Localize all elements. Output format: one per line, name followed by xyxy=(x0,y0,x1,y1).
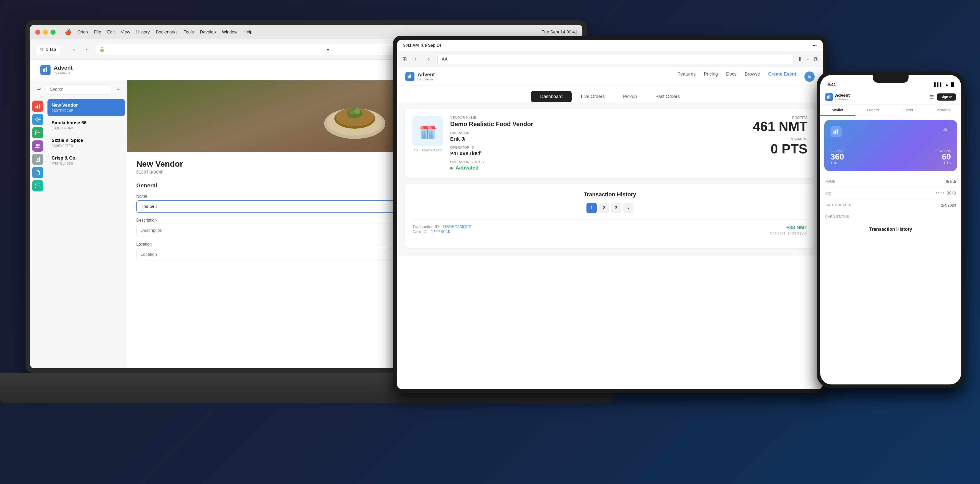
tablet-advent-sub: by Endevre xyxy=(417,78,435,81)
tablet-share-icon[interactable]: ⬆ xyxy=(797,56,802,62)
tablet-tabs-icon[interactable]: ⧉ xyxy=(814,56,818,62)
phone-signin-button[interactable]: Sign In xyxy=(937,94,956,100)
page-next-button[interactable]: › xyxy=(623,203,633,213)
menu-file[interactable]: File xyxy=(94,30,101,35)
svg-rect-37 xyxy=(837,129,838,134)
back-button[interactable]: ‹ xyxy=(69,45,79,54)
add-vendor-button[interactable]: + xyxy=(114,85,123,94)
phone-status-label: CARD STATUS xyxy=(825,215,849,218)
store-svg xyxy=(418,122,437,140)
advent-logo: Advent by Endevre xyxy=(40,65,73,75)
operator-value: Erik Ji xyxy=(450,136,746,142)
tablet-body: 9:41 AM Tue Sep 14 ••• ⊞ ‹ › AA ⬆ + ⧉ xyxy=(393,36,827,393)
vendor-name-1: Smokehouse 66 xyxy=(52,120,121,126)
tablet-nav-browse[interactable]: Browse xyxy=(745,72,760,82)
vendor-item-new-vendor[interactable]: New Vendor 180TKWDCWP xyxy=(48,99,125,116)
rewards-group: REWARDS 60 PTS xyxy=(935,149,951,165)
tab-past-orders[interactable]: Past Orders xyxy=(646,91,689,102)
search-input[interactable] xyxy=(46,84,111,94)
vendor-id-3: WMHTBLNO6S xyxy=(52,161,121,166)
phone-tab-orders[interactable]: Orders xyxy=(856,105,891,116)
vendor-item-sizzle[interactable]: Sizzle n' Spice RS6EXCFTTO xyxy=(48,134,125,151)
tablet-forward-button[interactable]: › xyxy=(424,55,433,64)
page-3-button[interactable]: 3 xyxy=(611,203,621,213)
svg-rect-36 xyxy=(835,130,836,134)
menu-history[interactable]: History xyxy=(136,30,150,35)
close-button[interactable] xyxy=(35,30,40,35)
minimize-button[interactable] xyxy=(43,30,48,35)
phone-rewards-value: 60 xyxy=(935,153,951,161)
tab-live-orders[interactable]: Live Orders xyxy=(572,91,614,102)
tablet-nav-features[interactable]: Features xyxy=(678,72,696,82)
tab-dashboard[interactable]: Dashboard xyxy=(531,91,572,102)
advent-logo-icon xyxy=(40,65,51,75)
vendor-details: VENDOR NAME Demo Realistic Food Vendor O… xyxy=(450,116,746,171)
page-2-button[interactable]: 2 xyxy=(599,203,609,213)
tablet-nav-docs[interactable]: Docs xyxy=(726,72,737,82)
phone-tab-vendors[interactable]: Vendors xyxy=(926,105,961,116)
phone-tab-wallet[interactable]: Wallet xyxy=(820,105,856,116)
tablet-add-tab-icon[interactable]: + xyxy=(806,56,810,62)
menu-develop[interactable]: Develop xyxy=(200,30,216,35)
menu-view[interactable]: View xyxy=(121,30,130,35)
vendor-store-section: ID: XQBYD7ACTE xyxy=(412,116,443,152)
rewards-value: 0 PTS xyxy=(753,141,808,156)
menu-edit[interactable]: Edit xyxy=(107,30,115,35)
vendor-item-crisp[interactable]: Crisp & Co. WMHTBLNO6S xyxy=(48,152,125,169)
svg-rect-27 xyxy=(425,132,426,135)
phone-info-name: NAME Erik Ji xyxy=(825,179,956,183)
phone-rewards-unit: PTS xyxy=(935,161,951,165)
forward-button[interactable]: › xyxy=(82,45,91,54)
transaction-title: Transaction History xyxy=(412,191,808,198)
status-dot xyxy=(450,167,453,169)
apple-menu-icon[interactable]: 🍎 xyxy=(65,29,71,35)
svg-rect-4 xyxy=(37,105,38,108)
phone-menu-icon[interactable]: ☰ xyxy=(930,94,934,100)
sidebar-icon-scan[interactable] xyxy=(32,180,43,191)
menu-bookmarks[interactable]: Bookmarks xyxy=(156,30,178,35)
tablet-nav-cta[interactable]: Create Event xyxy=(768,72,796,82)
vendor-id-2: RS6EXCFTTO xyxy=(52,144,121,148)
phone-cid-label: CID xyxy=(825,191,831,195)
sidebar-icon-document[interactable] xyxy=(32,154,43,165)
sidebar-icon-file[interactable] xyxy=(32,167,43,178)
sidebar-icon-users[interactable] xyxy=(32,140,43,152)
tablet-back-button[interactable]: ‹ xyxy=(411,55,420,64)
tablet-advent-text: Advent by Endevre xyxy=(417,72,435,81)
card-id-value: 1***3C4D xyxy=(431,229,450,234)
menu-window[interactable]: Window xyxy=(222,30,237,35)
menu-orion[interactable]: Orion xyxy=(77,30,88,35)
transaction-id-value: RSDED6MQFP xyxy=(443,224,471,229)
vendor-name-label: VENDOR NAME xyxy=(450,116,746,119)
fullscreen-button[interactable] xyxy=(51,30,56,35)
tab-pickup[interactable]: Pickup xyxy=(614,91,646,102)
menu-tools[interactable]: Tools xyxy=(184,30,194,35)
vendor-id-0: 180TKWDCWP xyxy=(52,108,121,113)
tablet-nav-pricing[interactable]: Pricing xyxy=(704,72,718,82)
tablet-user-avatar[interactable]: E xyxy=(804,72,815,82)
phone-advent-sub: by Endevre xyxy=(835,98,850,101)
vendor-item-smokehouse[interactable]: Smokehouse 66 L0HFFHMHAV xyxy=(48,117,125,134)
sidebar-icon-calendar[interactable] xyxy=(32,127,43,139)
phone-advent-logo: Advent by Endevre xyxy=(825,93,850,101)
wifi-icon: ▲ xyxy=(945,83,949,87)
page-1-button[interactable]: 1 xyxy=(587,203,597,213)
phone-transaction-title: Transaction History xyxy=(820,223,961,234)
sidebar-icon-settings[interactable] xyxy=(32,114,43,125)
tablet-advent-logo: Advent by Endevre xyxy=(405,72,435,81)
tablet-sidebar-icon[interactable]: ⊞ xyxy=(402,56,407,62)
vendor-name-0: New Vendor xyxy=(52,103,121,108)
browser-tab[interactable]: 🛡️ 1 Tab xyxy=(35,45,60,54)
sidebar-back-button[interactable]: ↩ xyxy=(34,85,43,94)
tablet-dots-icon: ••• xyxy=(813,43,817,48)
transaction-id-section: Transaction ID: RSDED6MQFP Card ID: 1***… xyxy=(412,224,471,234)
food-illustration xyxy=(314,88,396,144)
phone-tab-event[interactable]: Event xyxy=(891,105,926,116)
tablet-url-bar[interactable]: AA xyxy=(438,54,794,65)
battery-icon: ▉ xyxy=(951,83,954,87)
sidebar-icon-bar-chart[interactable] xyxy=(32,100,43,112)
vendor-name-3: Crisp & Co. xyxy=(52,156,121,161)
operator-id-value: P4TxvKIkKf xyxy=(450,150,746,156)
operator-status-label: OPERATOR STATUS xyxy=(450,160,746,164)
menu-help[interactable]: Help xyxy=(243,30,252,35)
